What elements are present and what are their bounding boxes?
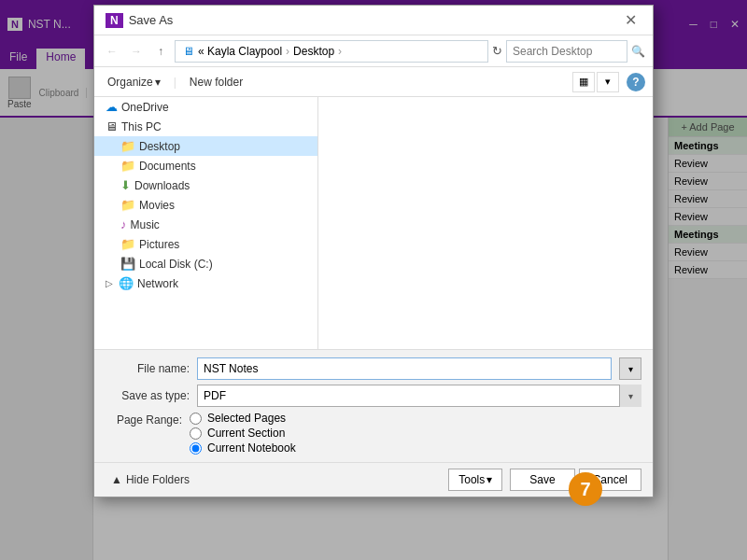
tree-item-label: Pictures	[139, 238, 179, 251]
page-range-section: Page Range: Selected Pages Current Secti…	[106, 412, 641, 455]
save-as-dialog: N Save As ✕ ← → ↑ 🖥 « Kayla Claypool › D…	[93, 5, 654, 497]
view-options-btn[interactable]: ▦	[572, 72, 595, 92]
downloads-icon: ⬇	[120, 178, 131, 192]
file-area	[318, 97, 653, 349]
toolbar-view: ▦ ▾	[572, 72, 619, 92]
tree-item-label: Local Disk (C:)	[139, 258, 213, 271]
nav-up-btn[interactable]: ↑	[150, 41, 171, 62]
tree-item-desktop[interactable]: 📁 Desktop	[94, 136, 317, 156]
tree-item-label: Downloads	[134, 179, 190, 192]
radio-selected-pages[interactable]	[190, 413, 202, 425]
tree-item-label: Music	[131, 218, 160, 231]
search-icon: 🔍	[631, 45, 645, 58]
nav-search-input[interactable]	[506, 40, 627, 63]
nav-bar: ← → ↑ 🖥 « Kayla Claypool › Desktop › ↻ 🔍	[94, 35, 653, 67]
onedrive-icon: ☁	[106, 100, 118, 114]
page-range-section-opt: Current Section	[190, 427, 296, 440]
pc-icon: 🖥	[183, 45, 194, 58]
radio-current-section[interactable]	[190, 427, 202, 440]
filename-label: File name:	[106, 362, 190, 375]
tree-item-label: Documents	[139, 160, 196, 173]
hide-folders-label: Hide Folders	[126, 473, 190, 486]
radio-notebook-label: Current Notebook	[207, 441, 296, 455]
step-badge: 7	[569, 472, 602, 506]
nav-back-btn[interactable]: ←	[102, 41, 122, 62]
dialog-overlay: N Save As ✕ ← → ↑ 🖥 « Kayla Claypool › D…	[0, 0, 747, 560]
tree-item-pictures[interactable]: 📁 Pictures	[94, 234, 317, 254]
pictures-icon: 📁	[120, 237, 135, 251]
radio-section-label: Current Section	[207, 427, 285, 440]
tree-item-network[interactable]: ▷ 🌐 Network	[94, 273, 317, 293]
savetype-row: Save as type: PDF Word Document OneNote …	[106, 385, 641, 407]
page-range-selected: Selected Pages	[190, 412, 296, 425]
filename-row: File name: ▾	[106, 357, 641, 380]
savetype-wrapper: PDF Word Document OneNote Package ▾	[197, 385, 641, 407]
new-folder-btn[interactable]: New folder	[184, 74, 248, 91]
page-range-notebook: Current Notebook	[190, 441, 296, 455]
radio-current-notebook[interactable]	[190, 442, 202, 455]
view-arrow-btn[interactable]: ▾	[597, 72, 619, 92]
organize-btn[interactable]: Organize ▾	[102, 74, 166, 91]
dialog-toolbar: Organize ▾ | New folder ▦ ▾ ?	[94, 67, 653, 97]
tree-item-label: This PC	[121, 120, 162, 133]
tree-item-localdisk[interactable]: 💾 Local Disk (C:)	[94, 254, 317, 273]
filename-input[interactable]	[197, 357, 612, 380]
pc-icon: 🖥	[106, 119, 118, 133]
network-icon: 🌐	[119, 276, 134, 290]
dialog-close-btn[interactable]: ✕	[619, 9, 641, 32]
nav-path-part-1: « Kayla Claypool	[198, 45, 282, 58]
dialog-form: File name: ▾ Save as type: PDF Word Docu…	[94, 349, 653, 462]
tools-arrow: ▾	[486, 473, 492, 486]
tree-item-downloads[interactable]: ⬇ Downloads	[94, 175, 317, 195]
dialog-title-left: N Save As	[106, 13, 173, 28]
dialog-title-icon: N	[106, 13, 123, 28]
tree-item-label: Desktop	[139, 140, 180, 153]
nav-path-part-2: Desktop	[293, 45, 334, 58]
movies-icon: 📁	[120, 198, 135, 212]
tree-item-movies[interactable]: 📁 Movies	[94, 195, 317, 215]
filename-dropdown-btn[interactable]: ▾	[619, 357, 641, 380]
page-range-options: Selected Pages Current Section Current N…	[190, 412, 296, 455]
hide-folders-btn[interactable]: ▲ Hide Folders	[106, 471, 195, 488]
dialog-title-text: Save As	[129, 13, 174, 27]
tree-item-label: OneDrive	[121, 101, 169, 114]
nav-arrow-1: ›	[286, 45, 289, 58]
organize-arrow: ▾	[155, 76, 161, 89]
savetype-label: Save as type:	[106, 389, 190, 402]
hide-folders-icon: ▲	[111, 473, 122, 486]
tree-item-onedrive[interactable]: ☁ OneDrive	[94, 97, 317, 117]
save-btn[interactable]: Save	[510, 469, 574, 491]
music-icon: ♪	[120, 217, 127, 231]
documents-icon: 📁	[120, 159, 135, 173]
nav-forward-btn[interactable]: →	[126, 41, 147, 62]
tree-item-thispc[interactable]: 🖥 This PC	[94, 117, 317, 136]
tree-item-label: Network	[137, 277, 178, 290]
tree-item-music[interactable]: ♪ Music	[94, 215, 317, 234]
help-btn[interactable]: ?	[627, 73, 645, 91]
badge-value: 7	[580, 479, 590, 500]
dialog-titlebar: N Save As ✕	[94, 6, 653, 35]
dialog-body: ☁ OneDrive 🖥 This PC 📁 Desktop 📁 Documen…	[94, 97, 653, 349]
local-disk-icon: 💾	[120, 257, 135, 271]
tree-item-documents[interactable]: 📁 Documents	[94, 156, 317, 175]
savetype-select[interactable]: PDF Word Document OneNote Package	[197, 385, 641, 407]
nav-path-box: 🖥 « Kayla Claypool › Desktop ›	[175, 40, 488, 63]
organize-label: Organize	[107, 76, 153, 89]
radio-selected-label: Selected Pages	[207, 412, 286, 425]
page-range-label: Page Range:	[106, 413, 190, 427]
folder-tree: ☁ OneDrive 🖥 This PC 📁 Desktop 📁 Documen…	[94, 97, 318, 349]
tools-btn[interactable]: Tools ▾	[448, 469, 502, 491]
tree-item-label: Movies	[139, 199, 175, 212]
folder-icon: 📁	[120, 139, 135, 153]
tools-label: Tools	[458, 473, 485, 486]
nav-arrow-2: ›	[338, 45, 342, 58]
nav-refresh-btn[interactable]: ↻	[492, 44, 502, 58]
expand-icon: ▷	[106, 278, 113, 288]
